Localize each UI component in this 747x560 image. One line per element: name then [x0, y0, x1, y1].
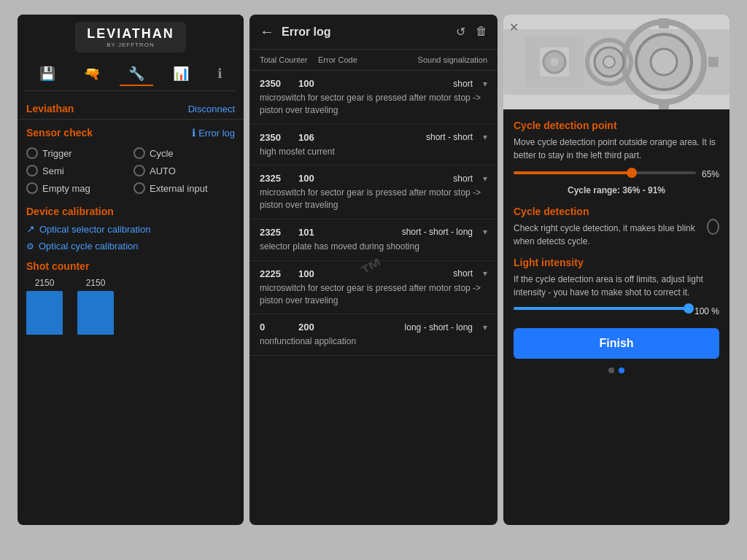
external-input-radio[interactable]	[133, 182, 145, 194]
bar-chart: 2150 2150	[26, 272, 235, 341]
err-counter-5: 2225	[260, 268, 293, 279]
error-log-badge[interactable]: ℹ Error log	[192, 127, 235, 139]
cycle-slider-container	[514, 171, 696, 174]
cycle-detection-desc: Check right cycle detection, it makes bl…	[514, 222, 707, 248]
light-intensity-section: Light intensity If the cycle detection a…	[514, 257, 719, 316]
info-tab[interactable]: ℹ	[209, 63, 231, 86]
col-total-counter: Total Counter	[260, 55, 318, 64]
sensor-semi: Semi	[26, 165, 128, 176]
back-button[interactable]: ←	[260, 23, 274, 40]
sensor-cycle: Cycle	[133, 147, 235, 159]
dot-2	[619, 368, 624, 373]
light-intensity-desc: If the cycle detection area is off limit…	[514, 273, 719, 299]
bar-label-2: 2150	[86, 278, 106, 288]
err-desc-1: microswitch for sector gear is pressed a…	[260, 92, 487, 117]
chevron-down-1[interactable]: ▾	[483, 79, 487, 89]
chevron-down-2[interactable]: ▾	[483, 132, 487, 142]
gun-tab[interactable]: 🔫	[75, 63, 109, 86]
disconnect-button[interactable]: Disconnect	[188, 104, 235, 114]
chevron-down-4[interactable]: ▾	[483, 227, 487, 237]
cycle-slider-track	[514, 171, 696, 174]
err-code-4: 101	[298, 227, 328, 238]
cycle-detection-point-title: Cycle detection point	[514, 120, 719, 131]
finish-button[interactable]: Finish	[514, 328, 719, 359]
chevron-down-3[interactable]: ▾	[483, 174, 487, 184]
err-desc-5: microswitch for sector gear is pressed a…	[260, 282, 487, 307]
cycle-detection-toggle[interactable]	[707, 219, 719, 235]
cycle-slider-row: 65%	[514, 169, 719, 182]
trigger-radio[interactable]	[26, 147, 38, 159]
auto-radio[interactable]	[133, 165, 145, 176]
svg-rect-6	[659, 99, 669, 109]
trigger-label: Trigger	[42, 148, 72, 159]
err-counter-2: 2350	[260, 132, 293, 143]
page-dots	[514, 368, 719, 373]
err-sound-2: short - short	[426, 132, 473, 142]
error-row-3: 2325 100 short ▾ microswitch for sector …	[249, 166, 498, 219]
error-row-4-top: 2325 101 short - short - long ▾	[260, 227, 487, 238]
cycle-detection-point-desc: Move cycle detection point outside orang…	[514, 136, 719, 162]
err-code-5: 100	[298, 268, 328, 279]
refresh-button[interactable]: ↺	[456, 25, 465, 39]
device-name: Leviathan	[26, 103, 74, 114]
cycle-label: Cycle	[150, 148, 174, 159]
sensor-check-row: Sensor check ℹ Error log	[26, 127, 235, 139]
settings-icon: ⚙	[26, 241, 34, 252]
semi-label: Semi	[42, 166, 64, 176]
sensor-auto: AUTO	[133, 165, 235, 176]
error-row-2-top: 2350 106 short - short ▾	[260, 132, 487, 143]
col-sound: Sound signalization	[391, 55, 487, 64]
cycle-radio[interactable]	[133, 147, 145, 159]
left-panel: LEVIATHAN BY JEFFTRON 💾 🔫 🔧 📊 ℹ Leviatha…	[18, 15, 244, 525]
err-desc-6: nonfunctional application	[260, 335, 487, 348]
err-code-3: 100	[298, 173, 328, 184]
logo-container: LEVIATHAN BY JEFFTRON	[75, 22, 186, 52]
error-log-title: Error log	[282, 26, 456, 39]
auto-label: AUTO	[150, 166, 176, 176]
logo-text: LEVIATHAN	[87, 26, 174, 42]
light-percent-label: 100 %	[694, 306, 719, 316]
cycle-slider-thumb[interactable]	[627, 168, 637, 178]
cycle-detection-info: Cycle detection Check right cycle detect…	[514, 206, 707, 248]
err-counter-1: 2350	[260, 78, 293, 89]
error-row-1: 2350 100 short ▾ microswitch for sector …	[249, 71, 498, 125]
err-sound-6: long - short - long	[405, 322, 473, 332]
optical-cycle-link[interactable]: ⚙ Optical cycle calibration	[26, 241, 235, 252]
cycle-detection-row: Cycle detection Check right cycle detect…	[514, 206, 719, 248]
err-sound-3: short	[453, 174, 473, 184]
light-intensity-title: Light intensity	[514, 257, 719, 268]
chevron-down-6[interactable]: ▾	[483, 322, 487, 332]
screenshot-container: LEVIATHAN BY JEFFTRON 💾 🔫 🔧 📊 ℹ Leviatha…	[0, 0, 747, 560]
optical-selector-link[interactable]: ↗ Optical selector calibration	[26, 223, 235, 235]
cycle-percent-label: 65%	[702, 169, 719, 179]
wrench-tab[interactable]: 🔧	[120, 63, 153, 86]
close-button[interactable]: ✕	[509, 20, 519, 34]
err-sound-1: short	[453, 79, 473, 89]
external-input-label: External input	[150, 183, 208, 194]
svg-point-11	[603, 56, 615, 68]
empty-mag-label: Empty mag	[42, 183, 90, 194]
semi-radio[interactable]	[26, 165, 38, 176]
error-row-6-top: 0 200 long - short - long ▾	[260, 322, 487, 332]
light-slider-thumb[interactable]	[684, 303, 694, 314]
error-log-label: Error log	[198, 128, 235, 139]
error-row-1-top: 2350 100 short ▾	[260, 78, 487, 89]
error-table-header: Total Counter Error Code Sound signaliza…	[249, 50, 498, 71]
error-row-4: 2325 101 short - short - long ▾ selector…	[249, 219, 498, 261]
bar-1	[26, 291, 63, 335]
cycle-slider-fill	[514, 171, 632, 174]
err-desc-3: microswitch for sector gear is pressed a…	[260, 187, 487, 211]
sensor-external-input: External input	[133, 182, 235, 194]
error-list: 2350 100 short ▾ microswitch for sector …	[249, 71, 498, 516]
empty-mag-radio[interactable]	[26, 182, 38, 194]
sensor-check-title: Sensor check	[26, 127, 93, 139]
chart-tab[interactable]: 📊	[164, 63, 198, 86]
error-row-3-top: 2325 100 short ▾	[260, 173, 487, 184]
save-tab[interactable]: 💾	[31, 63, 64, 86]
light-slider-fill	[514, 307, 689, 310]
light-slider-row: 100 %	[514, 306, 719, 316]
err-code-6: 200	[298, 322, 328, 332]
err-counter-3: 2325	[260, 173, 293, 184]
delete-button[interactable]: 🗑	[476, 25, 487, 39]
chevron-down-5[interactable]: ▾	[483, 268, 487, 279]
